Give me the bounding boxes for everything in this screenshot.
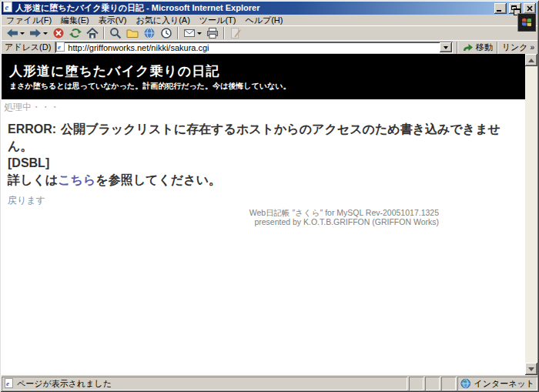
scroll-down-button[interactable]: [525, 363, 537, 375]
address-separator: [457, 42, 458, 54]
back-icon: [6, 27, 18, 39]
internet-globe-icon: [460, 378, 470, 389]
mail-dropdown-icon: [197, 32, 202, 35]
media-globe-icon: [143, 27, 156, 39]
ie-page-icon: e: [56, 42, 65, 53]
search-icon: [109, 27, 122, 39]
site-title: 人形道に堕ちたバイク乗りの日記: [9, 64, 525, 79]
menu-favorites[interactable]: お気に入り(A): [131, 15, 194, 25]
svg-text:e: e: [5, 2, 9, 11]
site-subtitle: まさか堕ちるとは思っていなかった。計画的犯行だった。今は後悔していない。: [9, 81, 525, 92]
ie-page-icon: e: [3, 2, 13, 15]
refresh-button[interactable]: [67, 26, 84, 41]
security-zone-label: インターネット: [474, 378, 534, 390]
footer-line-1: Web日記帳 ″さくら″ for MySQL Rev-20051017.1325: [2, 208, 439, 217]
toolbar: [2, 25, 537, 40]
favorites-button[interactable]: [124, 26, 141, 41]
footer-line-2: presented by K.O.T.B.GRIFFON (GRIFFON Wo…: [2, 217, 439, 226]
toolbar-separator: [103, 27, 105, 39]
detail-link[interactable]: こちら: [58, 173, 95, 186]
home-icon: [86, 27, 99, 39]
status-spacer-pane: [441, 377, 456, 390]
minimize-button[interactable]: [494, 3, 507, 14]
address-separator: [497, 42, 498, 54]
history-clock-icon: [160, 27, 172, 39]
error-text: 公開ブラックリストに存在するホストからのアクセスのため書き込みできません。: [8, 122, 500, 152]
back-link[interactable]: 戻ります: [8, 194, 45, 207]
media-button[interactable]: [141, 26, 158, 41]
links-label: リンク: [502, 42, 528, 53]
address-bar: アドレス(D) e http://griffonworks.net/nikki/…: [2, 40, 537, 54]
error-line-1: ERROR:公開ブラックリストに存在するホストからのアクセスのため書き込みできま…: [8, 121, 525, 155]
status-bar: e ページが表示されました インターネット: [2, 375, 537, 390]
mail-icon: [183, 27, 196, 39]
error-line-2: [DSBL]: [8, 155, 525, 172]
detail-text-after: を参照してください。: [95, 173, 221, 186]
home-button[interactable]: [84, 26, 101, 41]
windows-flag-icon: [521, 17, 533, 28]
address-url[interactable]: http://griffonworks.net/nikki/sakura.cgi: [68, 43, 437, 52]
toolbar-separator: [223, 27, 225, 39]
menu-edit[interactable]: 編集(E): [56, 15, 94, 25]
processing-text: 処理中・・・: [4, 101, 525, 114]
svg-text:e: e: [6, 379, 9, 387]
print-icon: [206, 27, 219, 39]
address-input[interactable]: e http://griffonworks.net/nikki/sakura.c…: [55, 42, 452, 53]
chevron-down-icon: [528, 367, 534, 371]
stop-button[interactable]: [50, 26, 67, 41]
browser-window: e 人形道に堕ちたバイク乗りの日記 - Microsoft Internet E…: [0, 0, 539, 392]
print-button[interactable]: [204, 26, 221, 41]
error-message: ERROR:公開ブラックリストに存在するホストからのアクセスのため書き込みできま…: [8, 121, 525, 189]
close-button[interactable]: [524, 3, 536, 14]
restore-button[interactable]: [509, 3, 521, 14]
edit-button[interactable]: [227, 26, 244, 41]
menu-tools[interactable]: ツール(T): [195, 15, 241, 25]
detail-text-before: 詳しくは: [8, 173, 58, 186]
refresh-icon: [69, 27, 82, 39]
status-spacer-pane: [425, 377, 440, 390]
favorites-icon: [126, 27, 139, 39]
status-message: ページが表示されました: [17, 378, 112, 390]
svg-text:e: e: [58, 43, 61, 51]
chevron-down-icon: [444, 46, 448, 49]
restore-icon: [511, 5, 517, 10]
menu-help[interactable]: ヘルプ(H): [240, 15, 287, 25]
edit-icon: [229, 27, 242, 39]
search-button[interactable]: [107, 26, 124, 41]
mail-button[interactable]: [181, 26, 204, 41]
menu-bar: ファイル(F) 編集(E) 表示(V) お気に入り(A) ツール(T) ヘルプ(…: [2, 15, 537, 25]
go-button[interactable]: 移動: [462, 42, 493, 53]
window-title: 人形道に堕ちたバイク乗りの日記 - Microsoft Internet Exp…: [15, 2, 492, 14]
go-arrow-icon: [462, 43, 474, 52]
vertical-scrollbar[interactable]: [525, 54, 537, 375]
status-message-pane: e ページが表示されました: [2, 377, 407, 390]
page-content: 人形道に堕ちたバイク乗りの日記 まさか堕ちるとは思っていなかった。計画的犯行だっ…: [2, 54, 525, 375]
chevron-right-icon: »: [530, 43, 534, 52]
minimize-icon: [497, 10, 501, 12]
site-footer: Web日記帳 ″さくら″ for MySQL Rev-20051017.1325…: [2, 208, 525, 226]
forward-button[interactable]: [27, 26, 50, 41]
forward-icon: [29, 27, 42, 39]
ie-page-icon: e: [5, 378, 14, 390]
stop-icon: [52, 27, 65, 39]
scroll-up-button[interactable]: [525, 54, 537, 66]
close-icon: [527, 5, 533, 12]
address-label: アドレス(D): [5, 42, 51, 53]
title-bar: e 人形道に堕ちたバイク乗りの日記 - Microsoft Internet E…: [2, 2, 537, 15]
windows-logo-throbber: [517, 13, 536, 32]
error-line-3: 詳しくはこちらを参照してください。: [8, 172, 525, 189]
security-zone-pane: インターネット: [457, 377, 537, 390]
address-dropdown-button[interactable]: [440, 42, 452, 52]
menu-view[interactable]: 表示(V): [94, 15, 132, 25]
error-prefix: ERROR:: [8, 122, 56, 136]
menu-file[interactable]: ファイル(F): [2, 15, 56, 25]
chevron-up-icon: [528, 59, 534, 62]
site-banner: 人形道に堕ちたバイク乗りの日記 まさか堕ちるとは思っていなかった。計画的犯行だっ…: [2, 54, 525, 99]
toolbar-separator: [177, 27, 179, 39]
status-spacer-pane: [409, 377, 424, 390]
links-button[interactable]: リンク »: [502, 42, 534, 53]
back-button[interactable]: [4, 26, 27, 41]
forward-dropdown-icon: [43, 32, 48, 35]
go-label: 移動: [476, 42, 493, 53]
history-button[interactable]: [158, 26, 175, 41]
